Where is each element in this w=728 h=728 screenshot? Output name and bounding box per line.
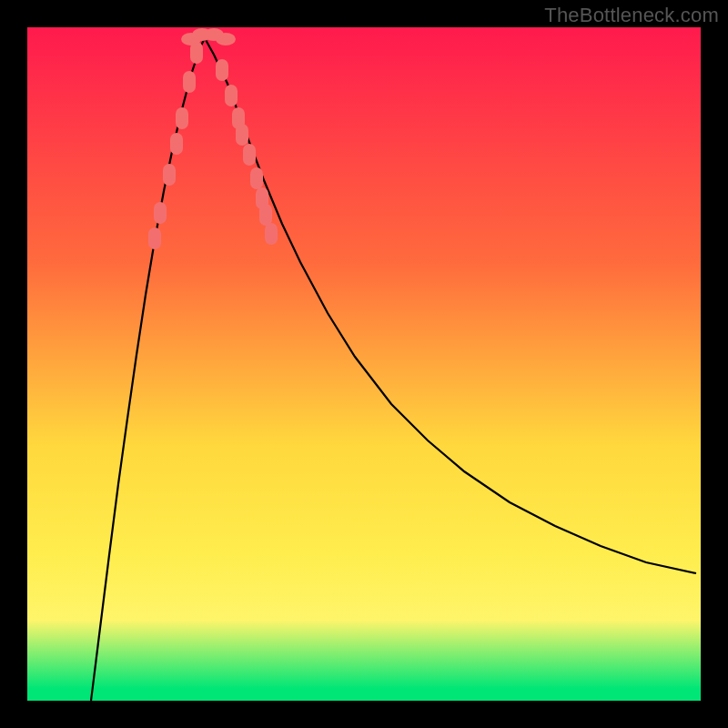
marker-left-markers-4 <box>176 107 188 129</box>
marker-left-markers-3 <box>170 133 183 155</box>
marker-left-markers-2 <box>163 164 176 186</box>
marker-left-markers-5 <box>183 71 196 93</box>
marker-right-markers-8 <box>265 223 278 245</box>
marker-right-markers-3 <box>236 124 248 146</box>
plot-area <box>27 27 701 701</box>
marker-right-markers-7 <box>259 204 272 226</box>
chart-frame: TheBottleneck.com <box>0 0 728 728</box>
watermark-text: TheBottleneck.com <box>544 4 719 27</box>
marker-left-markers-1 <box>154 202 167 224</box>
marker-right-markers-5 <box>250 167 263 189</box>
marker-right-markers-4 <box>243 144 256 166</box>
marker-left-markers-0 <box>148 228 161 249</box>
marker-right-markers-1 <box>225 85 238 106</box>
curve-left-arm <box>91 38 205 701</box>
curve-right-arm <box>205 38 696 573</box>
marker-right-markers-0 <box>216 59 228 81</box>
curve-svg <box>27 27 701 701</box>
marker-bottom-markers-3 <box>216 33 236 46</box>
